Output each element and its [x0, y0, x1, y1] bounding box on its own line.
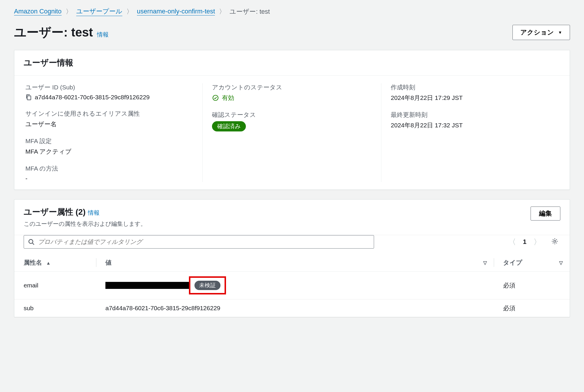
- filter-input[interactable]: [38, 238, 370, 245]
- check-circle-icon: [212, 94, 219, 101]
- prev-page-button[interactable]: 〈: [507, 236, 517, 248]
- copy-icon[interactable]: [25, 94, 32, 100]
- filter-input-container[interactable]: [24, 235, 374, 249]
- field-label-created: 作成時刻: [391, 83, 559, 91]
- gear-icon: [551, 237, 559, 245]
- field-label-updated: 最終更新時刻: [391, 111, 559, 119]
- search-icon: [28, 239, 34, 245]
- attr-name: sub: [14, 299, 96, 317]
- svg-point-3: [554, 240, 556, 242]
- svg-rect-0: [27, 96, 31, 100]
- actions-button[interactable]: アクション ▼: [512, 25, 570, 40]
- page-title: ユーザー: test 情報: [14, 24, 109, 41]
- column-header-name[interactable]: 属性名 ▲: [14, 254, 96, 272]
- chevron-right-icon: 〉: [66, 7, 72, 16]
- actions-button-label: アクション: [520, 28, 554, 37]
- column-header-type[interactable]: タイプ ▽: [494, 254, 570, 272]
- svg-point-2: [29, 240, 33, 244]
- updated-value: 2024年8月22日 17:32 JST: [391, 121, 559, 129]
- field-label-user-id: ユーザー ID (Sub): [25, 83, 201, 91]
- divider: [494, 258, 494, 267]
- field-label-account-status: アカウントのステータス: [212, 83, 380, 91]
- pagination: 〈 1 〉: [507, 236, 542, 248]
- attr-value: a7d44a78-6021-70c6-3815-29c8f9126229: [96, 299, 494, 317]
- chevron-right-icon: 〉: [219, 7, 225, 16]
- breadcrumb: Amazon Cognito 〉 ユーザープール 〉 username-only…: [14, 7, 570, 16]
- attributes-subtitle: このユーザーの属性を表示および編集します。: [24, 220, 146, 228]
- attr-name: email: [14, 272, 96, 299]
- attributes-title: ユーザー属性 (2) 情報: [24, 207, 146, 218]
- page-number: 1: [523, 238, 526, 246]
- caret-down-icon: ▼: [558, 30, 562, 35]
- field-label-mfa-method: MFA の方法: [25, 164, 201, 173]
- info-link[interactable]: 情報: [97, 31, 109, 39]
- column-header-value[interactable]: 値 ▽: [96, 254, 494, 272]
- breadcrumb-link[interactable]: username-only-confirm-test: [137, 8, 215, 15]
- table-row: email 未検証 必須: [14, 272, 570, 299]
- next-page-button[interactable]: 〉: [532, 236, 542, 248]
- highlight-annotation: 未検証: [189, 276, 226, 294]
- info-link[interactable]: 情報: [88, 209, 100, 216]
- created-value: 2024年8月22日 17:29 JST: [391, 94, 559, 102]
- user-info-col-2: アカウントのステータス 有効 確認ステータス 確認: [203, 83, 382, 182]
- redacted-value: [105, 282, 190, 289]
- page-title-text: ユーザー: test: [14, 24, 93, 41]
- field-label-alias: サインインに使用されるエイリアス属性: [25, 110, 201, 118]
- user-info-col-1: ユーザー ID (Sub) a7d44a78-6021-70c6-3815-29…: [24, 83, 203, 182]
- filter-icon[interactable]: ▽: [483, 260, 487, 266]
- settings-button[interactable]: [549, 236, 560, 248]
- attributes-table: 属性名 ▲ 値 ▽ タイプ ▽ email 未検証: [14, 254, 570, 317]
- mfa-method-value: -: [25, 175, 201, 182]
- alias-value: ユーザー名: [25, 120, 201, 128]
- breadcrumb-current: ユーザー: test: [230, 7, 270, 16]
- table-row: sub a7d44a78-6021-70c6-3815-29c8f9126229…: [14, 299, 570, 317]
- attributes-title-text: ユーザー属性 (2): [24, 207, 86, 216]
- breadcrumb-link[interactable]: ユーザープール: [76, 7, 122, 16]
- column-header-name-label: 属性名: [24, 259, 42, 266]
- field-label-mfa-setting: MFA 設定: [25, 137, 201, 145]
- divider: [96, 258, 96, 267]
- confirm-status-badge: 確認済み: [212, 121, 246, 131]
- edit-button[interactable]: 編集: [531, 207, 560, 221]
- user-info-panel: ユーザー情報 ユーザー ID (Sub) a7d44a78-6021-70c6-…: [14, 50, 570, 190]
- user-info-col-3: 作成時刻 2024年8月22日 17:29 JST 最終更新時刻 2024年8月…: [381, 83, 560, 182]
- user-info-title: ユーザー情報: [24, 57, 73, 68]
- attr-type: 必須: [494, 272, 570, 299]
- field-label-confirm-status: 確認ステータス: [212, 111, 380, 119]
- user-id-value: a7d44a78-6021-70c6-3815-29c8f9126229: [35, 94, 150, 101]
- unverified-badge: 未検証: [194, 281, 220, 290]
- column-header-value-label: 値: [105, 259, 112, 266]
- sort-asc-icon: ▲: [46, 261, 51, 266]
- attr-value: 未検証: [96, 272, 494, 299]
- chevron-right-icon: 〉: [126, 7, 133, 16]
- user-attributes-panel: ユーザー属性 (2) 情報 このユーザーの属性を表示および編集します。 編集 〈…: [14, 199, 570, 317]
- filter-icon[interactable]: ▽: [559, 260, 563, 266]
- column-header-type-label: タイプ: [503, 259, 522, 266]
- breadcrumb-link[interactable]: Amazon Cognito: [14, 8, 62, 15]
- attr-type: 必須: [494, 299, 570, 317]
- mfa-setting-value: MFA アクティブ: [25, 148, 201, 156]
- account-status-value: 有効: [222, 94, 234, 102]
